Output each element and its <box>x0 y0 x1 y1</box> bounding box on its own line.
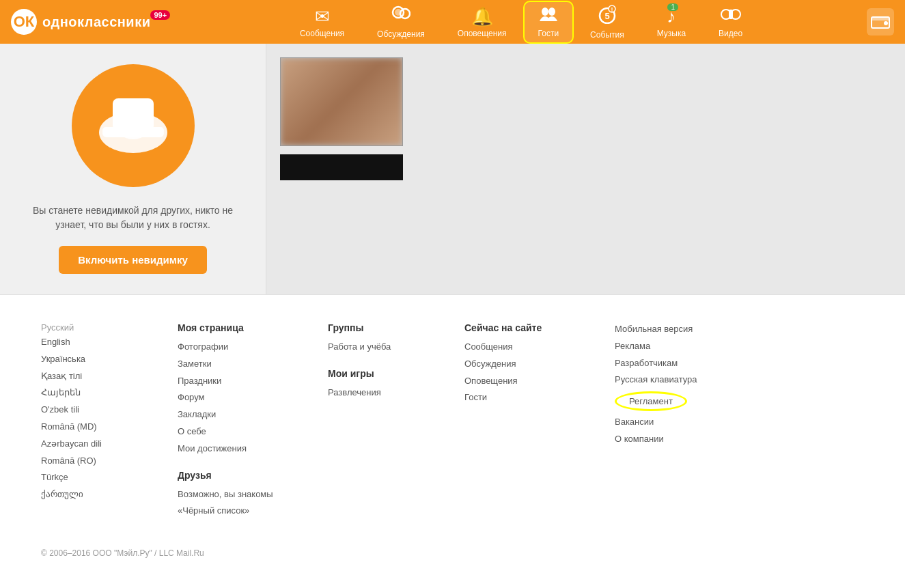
footer-lang-armenian[interactable]: Հայերեն <box>41 386 164 400</box>
footer-link-notes[interactable]: Заметки <box>178 357 314 372</box>
ghost-description: Вы станете невидимкой для других, никто … <box>31 204 236 232</box>
logo-text: одноклассники <box>42 14 150 30</box>
logo[interactable]: ОК одноклассники 99+ <box>11 9 176 35</box>
footer-link-developers[interactable]: Разработчикам <box>615 356 765 371</box>
discussions-icon <box>391 5 410 28</box>
footer-groups-title: Группы <box>328 322 451 333</box>
profile-card <box>266 44 905 194</box>
nav-item-messages[interactable]: ✉ Сообщения <box>283 1 361 44</box>
svg-text:5: 5 <box>604 11 609 21</box>
footer-lang-romanian-ro[interactable]: Română (RO) <box>41 454 164 468</box>
wallet-icon[interactable] <box>867 8 894 36</box>
footer-link-keyboard[interactable]: Русская клавиатура <box>615 373 765 387</box>
footer-link-bookmarks[interactable]: Закладки <box>178 408 314 422</box>
footer-link-forum[interactable]: Форум <box>178 391 314 405</box>
footer-nowonsite-messages[interactable]: Сообщения <box>464 340 601 354</box>
footer-link-entertainment[interactable]: Развлечения <box>328 386 451 400</box>
footer-lang-azerbaijani[interactable]: Azərbaycan dili <box>41 437 164 451</box>
video-icon <box>721 6 741 27</box>
footer-link-maybe-know[interactable]: Возможно, вы знакомы <box>178 488 314 502</box>
footer-games-title: Мои игры <box>328 368 451 379</box>
footer-link-blacklist[interactable]: «Чёрный список» <box>178 504 314 518</box>
nav-label-guests: Гости <box>538 29 559 38</box>
footer-link-ads[interactable]: Реклама <box>615 339 765 354</box>
svg-rect-19 <box>102 127 164 134</box>
svg-point-2 <box>395 9 402 16</box>
nav-label-discussions: Обсуждения <box>377 29 425 39</box>
nav-item-events[interactable]: 5 ! События <box>574 0 641 45</box>
footer-reglament-wrapper: Регламент <box>615 391 765 411</box>
nav-item-guests[interactable]: Гости <box>523 1 574 44</box>
guests-icon <box>538 6 559 27</box>
language-current: Русский <box>41 322 164 333</box>
footer-lang-romanian-md[interactable]: Română (MD) <box>41 420 164 434</box>
music-icon: ♪ 1 <box>667 6 676 27</box>
footer-copyright: © 2006–2016 ООО "Мэйл.Ру" / LLC Mail.Ru <box>41 548 864 558</box>
footer-lang-turkish[interactable]: Türkçe <box>41 471 164 485</box>
footer-link-company[interactable]: О компании <box>615 432 765 447</box>
header: ОК одноклассники 99+ ✉ Сообщения Обсужде… <box>0 0 905 44</box>
profile-name-bar <box>280 154 403 180</box>
svg-text:!: ! <box>611 6 613 13</box>
footer-link-mobile[interactable]: Мобильная версия <box>615 322 765 337</box>
footer-nowonsite-notifications[interactable]: Оповещения <box>464 374 601 389</box>
svg-point-14 <box>884 21 888 25</box>
nav-label-notifications: Оповещения <box>458 29 507 38</box>
footer-link-vacancies[interactable]: Вакансии <box>615 415 765 430</box>
nav-label-video: Видео <box>719 29 742 38</box>
nav-item-notifications[interactable]: 🔔 Оповещения <box>441 1 523 44</box>
svg-point-4 <box>548 8 555 16</box>
footer-link-work[interactable]: Работа и учёба <box>328 340 451 354</box>
footer-lang-english[interactable]: English <box>41 335 164 350</box>
footer-col-mypage: Моя страница Фотографии Заметки Праздник… <box>178 322 328 521</box>
footer-nowonsite-guests[interactable]: Гости <box>464 391 601 405</box>
profile-photo-image <box>281 58 402 145</box>
footer-link-reglament[interactable]: Регламент <box>615 391 687 411</box>
footer-lang-uzbek[interactable]: O'zbek tili <box>41 403 164 417</box>
svg-rect-11 <box>729 10 733 19</box>
svg-rect-13 <box>872 17 889 20</box>
footer-col-utility: Мобильная версия Реклама Разработчикам Р… <box>615 322 779 521</box>
footer-link-holidays[interactable]: Праздники <box>178 374 314 389</box>
messages-icon: ✉ <box>315 6 330 27</box>
footer-grid: Русский English Українська Қазақ тілі Հա… <box>41 322 864 521</box>
events-icon: 5 ! <box>597 5 617 29</box>
logo-icon: ОК <box>11 9 37 35</box>
header-right <box>867 8 894 36</box>
avatar-circle <box>72 64 195 187</box>
music-badge: 1 <box>667 3 678 11</box>
nav-item-music[interactable]: ♪ 1 Музыка <box>641 1 702 44</box>
notifications-icon: 🔔 <box>471 6 493 27</box>
footer-friends-title: Друзья <box>178 470 314 481</box>
nav-label-messages: Сообщения <box>300 29 344 38</box>
nav-item-video[interactable]: Видео <box>702 1 759 44</box>
footer-col-languages: Русский English Українська Қазақ тілі Հա… <box>41 322 178 521</box>
svg-point-1 <box>400 9 410 18</box>
enable-invisible-button[interactable]: Включить невидимку <box>59 246 207 274</box>
footer-mypage-title: Моя страница <box>178 322 314 333</box>
footer-link-photos[interactable]: Фотографии <box>178 340 314 354</box>
svg-point-3 <box>542 8 548 16</box>
left-panel: Вы станете невидимкой для других, никто … <box>0 44 266 294</box>
footer-col-groups: Группы Работа и учёба Мои игры Развлечен… <box>328 322 464 521</box>
footer-link-achievements[interactable]: Мои достижения <box>178 442 314 456</box>
footer-nowonsite-discussions[interactable]: Обсуждения <box>464 357 601 372</box>
nav-label-events: События <box>590 30 624 40</box>
nav-bar: ✉ Сообщения Обсуждения 🔔 Оповещения <box>176 0 867 45</box>
nav-item-discussions[interactable]: Обсуждения <box>361 0 441 44</box>
svg-rect-18 <box>113 98 154 131</box>
notification-badge: 99+ <box>150 10 170 20</box>
footer-col-nowonsite: Сейчас на сайте Сообщения Обсуждения Опо… <box>464 322 615 521</box>
footer-nowonsite-title: Сейчас на сайте <box>464 322 601 333</box>
nav-label-music: Музыка <box>657 29 686 38</box>
footer-link-about[interactable]: О себе <box>178 425 314 439</box>
main-content: Вы станете невидимкой для других, никто … <box>0 44 905 294</box>
footer-lang-ukrainian[interactable]: Українська <box>41 352 164 367</box>
footer-lang-kazakh[interactable]: Қазақ тілі <box>41 369 164 384</box>
profile-photo <box>280 57 403 146</box>
footer-lang-georgian[interactable]: ქართული <box>41 488 164 502</box>
right-panel <box>266 44 905 294</box>
footer: Русский English Українська Қазақ тілі Հա… <box>0 294 905 585</box>
